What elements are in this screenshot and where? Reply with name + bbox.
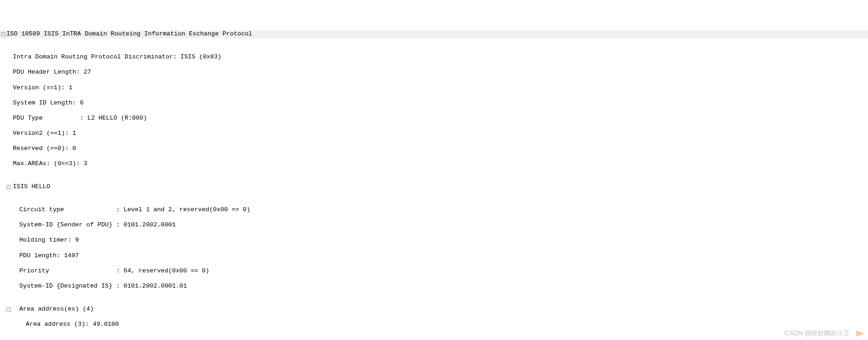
field-row: Version (==1): 1: [0, 84, 868, 92]
protocol-header-row[interactable]: -ISO 10589 ISIS InTRA Domain Routeing In…: [0, 30, 868, 38]
field-value: Version (==1): 1: [13, 84, 73, 92]
field-value: PDU length: 1497: [19, 252, 79, 260]
field-row: System-ID {Sender of PDU} : 0101.2002.00…: [0, 221, 868, 229]
expander-icon[interactable]: -: [6, 307, 11, 311]
watermark: CSDN @瞎折腾的小王: [784, 329, 862, 337]
expander-icon[interactable]: -: [6, 185, 11, 189]
field-row: Area address (3): 49.0100: [0, 321, 868, 328]
field-row: Max.AREAs: (0==3): 3: [0, 160, 868, 168]
field-value: Priority : 64, reserved(0x00 == 0): [19, 267, 209, 275]
field-row: Circuit type : Level 1 and 2, reserved(0…: [0, 206, 868, 214]
watermark-arrow-icon: [856, 330, 865, 337]
field-value: System ID Length: 6: [13, 99, 84, 107]
field-value: Area address (3): 49.0100: [26, 321, 119, 328]
field-row: PDU Type : L2 HELLO (R:000): [0, 115, 868, 122]
field-row: Reserved (==0): 0: [0, 145, 868, 153]
field-row: PDU length: 1497: [0, 252, 868, 260]
field-row: System-ID {Designated IS} : 0101.2002.00…: [0, 282, 868, 290]
section-label: Area address(es) (4): [19, 305, 94, 313]
field-value: Circuit type : Level 1 and 2, reserved(0…: [19, 206, 250, 214]
field-row: System ID Length: 6: [0, 99, 868, 107]
expander-icon[interactable]: -: [1, 32, 6, 36]
watermark-text: CSDN @瞎折腾的小王: [784, 329, 850, 337]
protocol-title: ISO 10589 ISIS InTRA Domain Routeing Inf…: [6, 30, 252, 38]
field-value: PDU Type : L2 HELLO (R:000): [13, 115, 147, 122]
isis-hello-row[interactable]: -ISIS HELLO: [0, 183, 868, 191]
field-value: Intra Domain Routing Protocol Discrimina…: [13, 53, 222, 61]
section-label: ISIS HELLO: [13, 183, 50, 191]
field-value: Max.AREAs: (0==3): 3: [13, 160, 87, 168]
field-value: Holding timer: 9: [19, 236, 79, 244]
field-value: Reserved (==0): 0: [13, 145, 76, 153]
field-row: Priority : 64, reserved(0x00 == 0): [0, 267, 868, 275]
area-addresses-row[interactable]: -Area address(es) (4): [0, 305, 868, 313]
field-row: Version2 (==1): 1: [0, 130, 868, 138]
field-value: Version2 (==1): 1: [13, 130, 76, 138]
field-row: Holding timer: 9: [0, 236, 868, 244]
field-value: PDU Header Length: 27: [13, 69, 91, 76]
field-value: System-ID {Sender of PDU} : 0101.2002.00…: [19, 221, 176, 229]
field-row: PDU Header Length: 27: [0, 69, 868, 76]
field-value: System-ID {Designated IS} : 0101.2002.00…: [19, 282, 187, 290]
field-row: Intra Domain Routing Protocol Discrimina…: [0, 53, 868, 61]
